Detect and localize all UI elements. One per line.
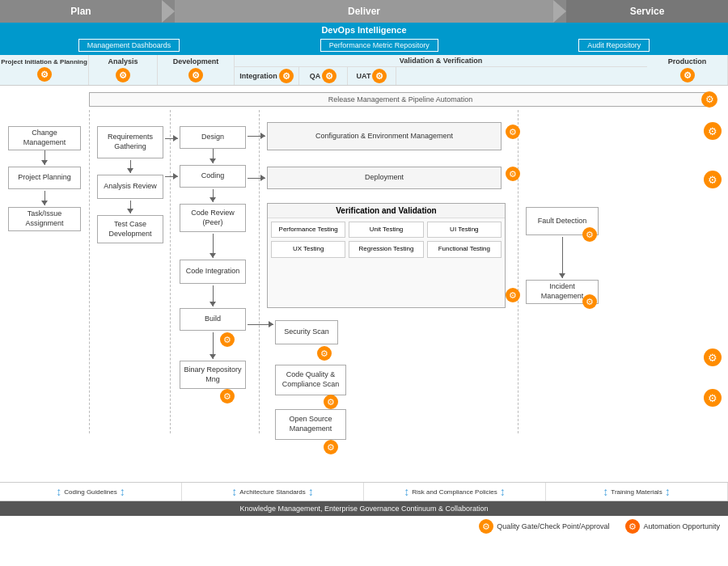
vv-ui: UI Testing <box>427 222 502 238</box>
task-issue-box: Task/Issue Assignment <box>8 207 81 231</box>
gear-pipeline: ⚙ <box>701 91 717 108</box>
pipeline-bar: Release Management & Pipeline Automation… <box>89 92 712 107</box>
lc-analysis: Analysis ⚙ <box>89 55 158 85</box>
gear-uat: ⚙ <box>372 69 387 83</box>
std-training: ↕ Training Materials ↕ <box>546 483 728 501</box>
build-box: Build <box>180 308 246 331</box>
security-scan-box: Security Scan <box>275 320 338 344</box>
arrow-risk2: ↕ <box>500 486 506 497</box>
devops-audit-repo: Audit Repository <box>578 39 650 52</box>
col-div-2 <box>170 110 171 433</box>
phase-plan: Plan <box>0 0 162 23</box>
arrow-dev-config <box>248 136 265 137</box>
devops-sub-bar: Management Dashboards Performance Metric… <box>0 37 728 55</box>
content-area: Release Management & Pipeline Automation… <box>0 86 728 482</box>
gear-project: ⚙ <box>37 67 52 82</box>
vv-title: Verification and Validation <box>268 204 505 218</box>
arrow-arch2: ↕ <box>308 486 314 497</box>
devops-perf-metric: Performance Metric Repository <box>320 39 438 52</box>
lc-valval-subs: Integration ⚙ QA ⚙ UAT ⚙ <box>235 67 647 85</box>
gear-vv: ⚙ <box>506 288 520 302</box>
arrow-build-security <box>248 324 273 325</box>
binary-repo-box: Binary Repository Mng <box>180 361 246 389</box>
vv-unit: Unit Testing <box>349 222 423 238</box>
main-container: Plan Deliver Service DevOps Intelligence… <box>0 0 728 566</box>
change-mgmt-box: Change Management <box>8 126 81 150</box>
lc-development: Development ⚙ <box>158 55 235 85</box>
col-div-3 <box>259 110 260 433</box>
std-coding: ↕ Coding Guidelines ↕ <box>0 483 182 501</box>
gear-right-3: ⚙ <box>704 348 722 366</box>
gear-right-2: ⚙ <box>704 171 722 188</box>
arrow-req-design <box>165 138 178 139</box>
arrow-plan-deliver <box>162 0 175 23</box>
gear-opensource: ⚙ <box>324 440 338 454</box>
arrow-training: ↕ <box>603 486 608 497</box>
lc-valval-header: Validation & Verification <box>235 55 647 67</box>
bottom-standards: ↕ Coding Guidelines ↕ ↕ Architecture Sta… <box>0 482 728 501</box>
vv-functional: Functional Testing <box>427 241 502 257</box>
config-env-box: Configuration & Environment Management <box>267 122 502 150</box>
analysis-review-box: Analysis Review <box>97 175 163 199</box>
arrow-training2: ↕ <box>665 486 671 497</box>
arrow-coding: ↕ <box>56 486 61 497</box>
gear-build: ⚙ <box>220 332 235 347</box>
legend-automation: ⚙ Automation Opportunity <box>625 519 720 534</box>
gear-qa: ⚙ <box>322 69 336 83</box>
devops-mgmt-dash: Management Dashboards <box>78 39 180 52</box>
arrow-risk: ↕ <box>404 486 409 497</box>
design-box: Design <box>180 126 246 149</box>
lc-valval: Validation & Verification Integration ⚙ … <box>235 55 647 85</box>
phase-service: Service <box>566 0 728 23</box>
knowledge-bar: Knowledge Management, Enterprise Governa… <box>0 501 728 516</box>
col-div-1 <box>89 110 90 433</box>
project-planning-box: Project Planning <box>8 167 81 189</box>
deployment-box: Deployment <box>267 167 502 189</box>
code-integration-box: Code Integration <box>180 260 246 284</box>
arrow-proj-task <box>44 191 45 205</box>
vv-grid: Performance Testing Unit Testing UI Test… <box>268 218 505 261</box>
arrow-dev-deploy <box>248 178 265 179</box>
gear-binary: ⚙ <box>220 389 235 403</box>
lifecycle-row: Project Initiation & Planning ⚙ Analysis… <box>0 55 728 86</box>
gear-right-4: ⚙ <box>704 389 722 407</box>
legend-area: ⚙ Quality Gate/Check Point/Approval ⚙ Au… <box>0 516 728 537</box>
open-source-box: Open Source Management <box>275 409 346 440</box>
lc-qa: QA ⚙ <box>299 67 348 85</box>
col-div-4 <box>518 110 518 433</box>
arrow-deliver-service <box>553 0 566 23</box>
lc-project: Project Initiation & Planning ⚙ <box>0 55 89 85</box>
arrow-design-coding <box>213 149 214 163</box>
arrow-coding-review <box>213 189 214 202</box>
phase-banner: Plan Deliver Service <box>0 0 728 23</box>
gear-incident: ⚙ <box>582 294 597 309</box>
lc-uat: UAT ⚙ <box>348 67 396 85</box>
gear-analysis: ⚙ <box>116 68 130 82</box>
arrow-arch: ↕ <box>231 486 237 497</box>
test-case-box: Test Case Development <box>97 215 163 243</box>
gear-quality: ⚙ <box>324 395 338 409</box>
devops-bar: DevOps Intelligence <box>0 23 728 37</box>
vv-ux: UX Testing <box>271 241 345 257</box>
gear-development: ⚙ <box>188 68 203 82</box>
code-quality-box: Code Quality & Compliance Scan <box>275 365 346 395</box>
legend-gear-quality: ⚙ <box>479 519 493 534</box>
legend-gear-automation: ⚙ <box>625 519 640 534</box>
arrow-fault-incident <box>562 237 563 278</box>
lc-production: Production ⚙ <box>647 55 728 85</box>
arrow-build-binary <box>213 332 214 359</box>
gear-security: ⚙ <box>317 346 332 361</box>
vv-container: Verification and Validation Performance … <box>267 203 506 308</box>
phase-deliver: Deliver <box>175 0 553 23</box>
arrow-analysis-coding <box>165 176 178 177</box>
arrow-coding2: ↕ <box>120 486 125 497</box>
vv-perf: Performance Testing <box>271 222 345 238</box>
req-gathering-box: Requirements Gathering <box>97 126 163 158</box>
lc-integration: Integration ⚙ <box>235 67 299 85</box>
arrow-req-analysis <box>130 160 131 173</box>
gear-integration: ⚙ <box>279 69 294 83</box>
gear-production: ⚙ <box>680 68 695 82</box>
gear-deployment: ⚙ <box>506 167 520 181</box>
std-risk: ↕ Risk and Compliance Policies ↕ <box>364 483 546 501</box>
arrow-integration-build <box>213 285 214 306</box>
